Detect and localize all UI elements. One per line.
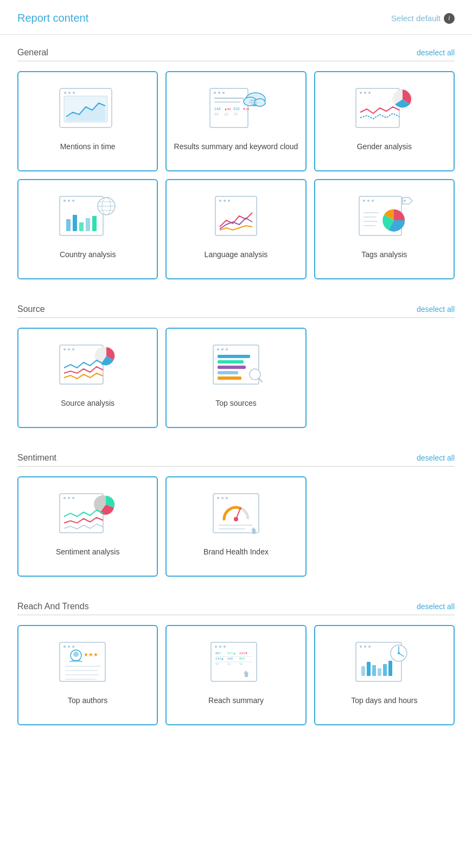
general-section-title: General [17, 48, 48, 58]
svg-text:199: 199 [227, 657, 233, 660]
reach-trends-cards-grid: ★★★ Top authors 987 [17, 625, 455, 725]
card-language-analysis[interactable]: Language analysis [165, 179, 306, 279]
card-gender-analysis[interactable]: Gender analysis [314, 71, 455, 171]
svg-point-59 [63, 348, 66, 350]
card-brand-health-index[interactable]: Brand Health Index [165, 476, 306, 577]
svg-point-93 [73, 652, 79, 657]
general-section: General deselect all [0, 35, 472, 291]
source-cards-grid: Source analysis [17, 328, 455, 428]
svg-point-47 [228, 200, 230, 202]
svg-rect-25 [356, 88, 399, 127]
sentiment-analysis-icon [53, 486, 123, 540]
svg-rect-43 [92, 216, 97, 231]
card-top-days-hours[interactable]: Top days and hours [314, 625, 455, 725]
sentiment-section: Sentiment deselect all [0, 440, 472, 589]
sentiment-divider [17, 466, 455, 467]
top-authors-label: Top authors [68, 695, 107, 706]
reach-summary-label: Reach summary [208, 695, 264, 706]
source-deselect-all[interactable]: deselect all [417, 305, 455, 314]
card-country-analysis[interactable]: Country analysis [17, 179, 158, 279]
card-sentiment-analysis[interactable]: Sentiment analysis [17, 476, 158, 577]
svg-text:65: 65 [214, 112, 219, 116]
reach-trends-section-header: Reach And Trends deselect all [17, 602, 455, 611]
svg-rect-41 [79, 222, 84, 231]
sentiment-deselect-all[interactable]: deselect all [417, 454, 455, 462]
source-divider [17, 317, 455, 318]
svg-rect-79 [213, 494, 259, 533]
svg-rect-71 [218, 376, 241, 380]
language-analysis-label: Language analysis [205, 250, 268, 260]
svg-point-66 [226, 348, 228, 350]
svg-point-27 [364, 92, 366, 94]
tags-analysis-label: Tags analysis [361, 250, 407, 260]
results-summary-label: Results summary and keyword cloud [174, 142, 298, 152]
svg-point-77 [72, 497, 74, 499]
gender-analysis-icon [349, 81, 419, 135]
svg-point-90 [68, 646, 70, 648]
svg-point-84 [234, 517, 238, 521]
card-results-summary[interactable]: 144 ▲89 610 ▼34 65 13 76 Resul [165, 71, 306, 171]
svg-rect-69 [218, 366, 246, 369]
svg-point-80 [217, 497, 219, 499]
source-section-title: Source [17, 304, 45, 314]
svg-text:233▼: 233▼ [239, 652, 248, 655]
svg-point-50 [367, 200, 369, 202]
svg-text:377▲: 377▲ [227, 652, 236, 655]
svg-rect-40 [73, 215, 77, 231]
source-section-header: Source deselect all [17, 304, 455, 314]
reach-trends-section-title: Reach And Trends [17, 602, 89, 611]
country-analysis-label: Country analysis [60, 250, 116, 260]
svg-point-1 [64, 92, 66, 94]
general-deselect-all[interactable]: deselect all [417, 48, 455, 57]
card-top-authors[interactable]: ★★★ Top authors [17, 625, 158, 725]
svg-rect-42 [86, 218, 90, 231]
svg-point-2 [68, 92, 71, 94]
svg-text:34: 34 [239, 662, 243, 666]
svg-rect-128 [388, 661, 392, 676]
results-summary-icon: 144 ▲89 610 ▼34 65 13 76 [201, 81, 271, 135]
general-cards-grid: Mentions in time 144 ▲89 610 [17, 71, 455, 279]
svg-point-75 [63, 497, 66, 499]
svg-rect-126 [378, 668, 381, 676]
svg-point-116 [360, 646, 362, 648]
mentions-in-time-label: Mentions in time [60, 142, 116, 152]
svg-text:★★★: ★★★ [84, 652, 98, 658]
svg-rect-67 [218, 355, 250, 358]
svg-point-122 [398, 652, 400, 654]
tags-analysis-icon [349, 189, 419, 243]
svg-point-89 [63, 646, 66, 648]
sentiment-section-header: Sentiment deselect all [17, 453, 455, 463]
svg-text:987: 987 [215, 652, 221, 655]
svg-point-32 [68, 200, 70, 202]
svg-rect-39 [66, 219, 71, 231]
card-mentions-in-time[interactable]: Mentions in time [17, 71, 158, 171]
card-reach-summary[interactable]: 987 377▲ 233▼ 144▲ 199 894 55 21 34 Reac… [165, 625, 306, 725]
card-source-analysis[interactable]: Source analysis [17, 328, 158, 428]
svg-point-28 [368, 92, 371, 94]
svg-point-102 [224, 646, 226, 648]
svg-rect-127 [383, 664, 387, 676]
svg-point-51 [372, 200, 374, 202]
svg-point-3 [73, 92, 75, 94]
gender-analysis-label: Gender analysis [357, 142, 412, 152]
sentiment-section-title: Sentiment [17, 453, 56, 463]
svg-point-31 [63, 200, 66, 202]
select-default-area[interactable]: Select default i [391, 13, 455, 24]
sentiment-cards-grid: Sentiment analysis [17, 476, 455, 577]
country-analysis-icon [53, 189, 123, 243]
select-default-label[interactable]: Select default [391, 14, 441, 23]
language-analysis-icon [201, 189, 271, 243]
svg-point-61 [72, 348, 74, 350]
info-icon[interactable]: i [444, 13, 455, 24]
brand-health-index-icon [201, 486, 271, 540]
card-top-sources[interactable]: Top sources [165, 328, 306, 428]
top-authors-icon: ★★★ [53, 635, 123, 689]
svg-point-8 [218, 92, 220, 94]
reach-trends-deselect-all[interactable]: deselect all [417, 602, 455, 611]
svg-point-81 [221, 497, 224, 499]
card-tags-analysis[interactable]: Tags analysis [314, 179, 455, 279]
svg-text:21: 21 [227, 662, 231, 666]
top-sources-label: Top sources [215, 398, 256, 409]
svg-text:▲89: ▲89 [224, 107, 231, 111]
top-sources-icon [201, 337, 271, 392]
